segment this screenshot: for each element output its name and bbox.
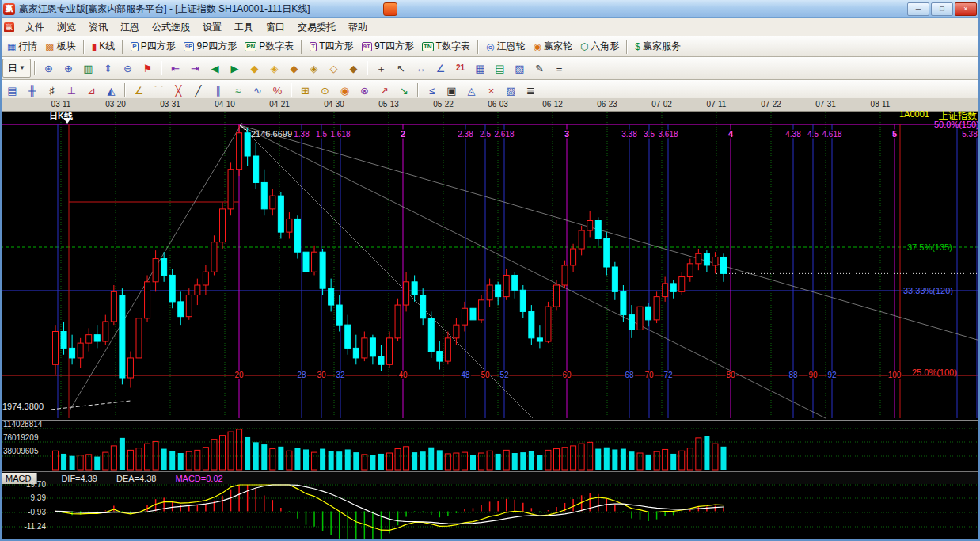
macd-canvas[interactable] bbox=[0, 483, 980, 541]
minimize-button[interactable]: ─ bbox=[907, 2, 929, 16]
hash-grid-tool-icon: ♯ bbox=[49, 86, 55, 96]
tool-gann-square-tool-5[interactable]: ◇ bbox=[324, 59, 344, 78]
draw-grid-lines-tool[interactable]: ▤ bbox=[2, 81, 22, 100]
toolbar-button-winner-wheel[interactable]: ◉赢家轮 bbox=[529, 38, 575, 55]
menu-item-formula-stock-picker[interactable]: 公式选股 bbox=[146, 19, 196, 36]
menu-item-settings[interactable]: 设置 bbox=[196, 19, 228, 36]
gann-level-50pct: 50.0%(150) bbox=[934, 120, 979, 129]
title-promo-icon[interactable] bbox=[383, 2, 397, 16]
menu-item-tools[interactable]: 工具 bbox=[228, 19, 260, 36]
tool-gann-square-tool-3[interactable]: ◆ bbox=[284, 59, 304, 78]
tool-go-first-button[interactable]: ⇤ bbox=[165, 59, 185, 78]
tool-pointer-tool[interactable]: ↖ bbox=[391, 59, 411, 78]
tool-next-bar-button[interactable]: ▶ bbox=[225, 59, 245, 78]
toolbar-button-t-square[interactable]: TT四方形 bbox=[306, 38, 357, 55]
toolbar-button-quotes[interactable]: ▦行情 bbox=[3, 38, 41, 55]
tool-panel-layout-2[interactable]: ▤ bbox=[490, 59, 510, 78]
tool-angle-tool[interactable]: ∠ bbox=[431, 59, 450, 78]
draw-gann-box-tool[interactable]: ⊞ bbox=[295, 81, 315, 100]
tool-gann-square-tool-2[interactable]: ◈ bbox=[264, 59, 284, 78]
tool-kline-pattern-tool[interactable]: ▥ bbox=[78, 59, 98, 78]
title-bar[interactable]: 赢 赢家江恩专业版[赢家内部服务平台] - [上证指数 SH1A0001-111… bbox=[0, 0, 980, 18]
draw-delete-drawing-tool[interactable]: × bbox=[481, 81, 501, 100]
date-label: 04-30 bbox=[317, 100, 351, 109]
menu-item-trading[interactable]: 交易委托 bbox=[291, 19, 342, 36]
volume-canvas[interactable] bbox=[0, 420, 980, 471]
draw-arc-tool[interactable]: ⌒ bbox=[149, 81, 169, 100]
tool-period-selector[interactable]: 日▼ bbox=[2, 59, 31, 78]
draw-layers-tool[interactable]: ≣ bbox=[521, 81, 541, 100]
toolbar-button-hexagon[interactable]: ⬡六角形 bbox=[576, 38, 623, 55]
menu-item-news[interactable]: 资讯 bbox=[82, 19, 114, 36]
draw-grid-cross-tool[interactable]: ╫ bbox=[22, 81, 42, 100]
draw-trend-line-tool[interactable]: ╱ bbox=[188, 81, 208, 100]
draw-percent-retrace-tool[interactable]: % bbox=[268, 81, 287, 100]
toolbar-button-gann-wheel[interactable]: ◎江恩轮 bbox=[482, 38, 529, 55]
tool-cross-cursor-tool[interactable]: ＋ bbox=[371, 59, 391, 78]
tool-go-last-button[interactable]: ⇥ bbox=[185, 59, 205, 78]
tool-flag-mark-tool[interactable]: ⚑ bbox=[138, 59, 158, 78]
9t-square-icon: 9T bbox=[362, 42, 372, 51]
calendar-cycle-tool-icon: 21 bbox=[456, 64, 465, 72]
tool-gann-square-tool-1[interactable]: ◆ bbox=[245, 59, 264, 78]
menu-item-help[interactable]: 帮助 bbox=[342, 19, 374, 36]
panel-layout-1-icon: ▦ bbox=[475, 63, 484, 74]
trend-line-tool-icon: ╱ bbox=[196, 86, 202, 96]
tool-gann-square-tool-6[interactable]: ◆ bbox=[344, 59, 363, 78]
draw-gann-angle-tool[interactable]: ∠ bbox=[129, 81, 149, 100]
menu-item-file[interactable]: 文件 bbox=[19, 19, 51, 36]
draw-gann-circle-tool[interactable]: ⊙ bbox=[315, 81, 335, 100]
toolbar-button-p-square[interactable]: PP四方形 bbox=[127, 38, 179, 55]
tool-gann-square-tool-4[interactable]: ◈ bbox=[304, 59, 324, 78]
toolbar-button-t-number-table[interactable]: TNT数字表 bbox=[418, 38, 474, 55]
menu-item-window[interactable]: 窗口 bbox=[260, 19, 291, 36]
draw-cycle-wave-tool[interactable]: ∿ bbox=[248, 81, 268, 100]
tool-zoom-out-tool[interactable]: ⊖ bbox=[118, 59, 138, 78]
draw-cross-circle-tool[interactable]: ⊗ bbox=[355, 81, 374, 100]
window-title: 赢家江恩专业版[赢家内部服务平台] - [上证指数 SH1A0001-111日K… bbox=[19, 2, 310, 16]
maximize-button[interactable]: □ bbox=[931, 2, 953, 16]
menu-item-gann[interactable]: 江恩 bbox=[114, 19, 146, 36]
toolbar-button-sectors[interactable]: ▩板块 bbox=[41, 38, 79, 55]
draw-filled-box-tool[interactable]: ▣ bbox=[442, 81, 462, 100]
draw-right-triangle-tool[interactable]: ⊿ bbox=[82, 81, 101, 100]
app-logo-icon[interactable]: 赢 bbox=[3, 3, 15, 15]
toolbar-button-winner-service[interactable]: $赢家服务 bbox=[631, 38, 685, 55]
toolbar-button-9p-square[interactable]: 9P9P四方形 bbox=[180, 38, 241, 55]
tool-web-chart-tool[interactable]: ⊛ bbox=[39, 59, 59, 78]
toolbar-button-label: 行情 bbox=[18, 40, 37, 53]
main-chart-canvas[interactable]: 1.381.51.61822.382.52.61833.383.53.61844… bbox=[0, 111, 980, 420]
toolbar-button-9t-square[interactable]: 9T9T四方形 bbox=[358, 38, 418, 55]
draw-triangle-dot-tool[interactable]: ◬ bbox=[462, 81, 481, 100]
tool-calendar-cycle-tool[interactable]: 21 bbox=[450, 59, 470, 78]
draw-wave-tool[interactable]: ≈ bbox=[228, 81, 248, 100]
draw-shade-box-tool[interactable]: ▨ bbox=[501, 81, 521, 100]
date-ruler[interactable]: 03-1103-2003-3104-1004-2104-3005-1305-22… bbox=[0, 98, 980, 112]
tool-zoom-in-tool[interactable]: ⊕ bbox=[59, 59, 78, 78]
tool-measure-tool[interactable]: ↔ bbox=[411, 59, 431, 78]
tool-edit-tool[interactable]: ✎ bbox=[530, 59, 549, 78]
zoom-in-tool-icon: ⊕ bbox=[64, 63, 73, 74]
macd-scale-1: 19.70 bbox=[5, 480, 46, 489]
tool-list-view-tool[interactable]: ≡ bbox=[549, 59, 569, 78]
angle-tool-icon: ∠ bbox=[436, 63, 446, 74]
tool-panel-layout-3[interactable]: ▧ bbox=[510, 59, 530, 78]
draw-parallel-lines-tool[interactable]: ∥ bbox=[208, 81, 228, 100]
draw-arrow-up-tool[interactable]: ↗ bbox=[374, 81, 394, 100]
draw-cross-lines-tool[interactable]: ╳ bbox=[169, 81, 188, 100]
draw-angle-fan-tool[interactable]: ≤ bbox=[422, 81, 442, 100]
svg-text:100: 100 bbox=[888, 371, 902, 379]
toolbar-button-p-number-table[interactable]: PNP数字表 bbox=[241, 38, 298, 55]
draw-time-circle-tool[interactable]: ◉ bbox=[335, 81, 355, 100]
toolbar-button-kline[interactable]: ▮K线 bbox=[88, 38, 120, 55]
draw-triangle-overlay-tool[interactable]: ◭ bbox=[101, 81, 121, 100]
mdi-child-icon[interactable]: 赢 bbox=[4, 22, 14, 32]
draw-hash-grid-tool[interactable]: ♯ bbox=[42, 81, 62, 100]
draw-perpendicular-tool[interactable]: ⊥ bbox=[62, 81, 82, 100]
close-button[interactable]: × bbox=[955, 2, 977, 16]
draw-arrow-down-tool[interactable]: ↘ bbox=[394, 81, 414, 100]
menu-item-browse[interactable]: 浏览 bbox=[51, 19, 82, 36]
tool-vertical-scale-tool[interactable]: ⇕ bbox=[98, 59, 118, 78]
tool-panel-layout-1[interactable]: ▦ bbox=[470, 59, 490, 78]
tool-prev-bar-button[interactable]: ◀ bbox=[205, 59, 225, 78]
